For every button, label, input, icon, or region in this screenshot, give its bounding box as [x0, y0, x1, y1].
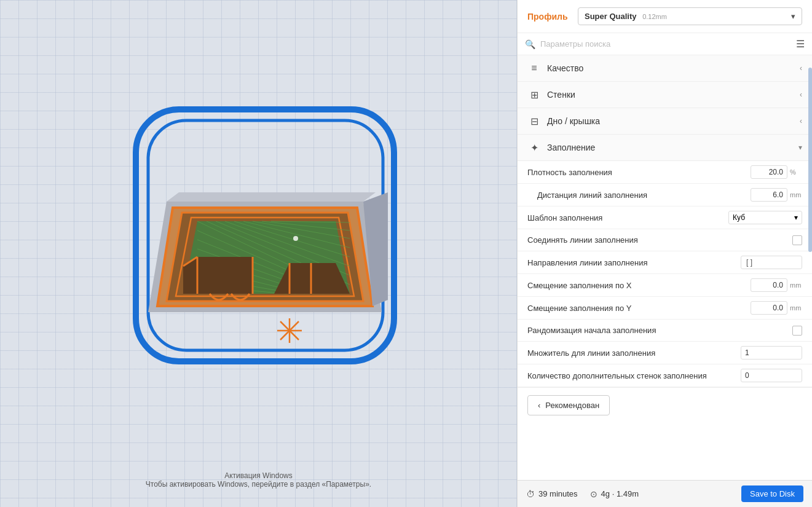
density-unit: % — [790, 168, 802, 176]
profile-header: Профиль Super Quality 0.12mm ▾ — [518, 0, 812, 33]
setting-randomize: Рандомизация начала заполнения — [518, 320, 812, 342]
svg-marker-32 — [167, 192, 376, 202]
multiplier-input[interactable] — [741, 346, 802, 360]
randomize-label: Рандомизация начала заполнения — [527, 326, 792, 335]
setting-connect-lines: Соединять линии заполнения — [518, 229, 812, 251]
quality-icon: ≡ — [527, 61, 541, 75]
directions-label: Направления линии заполнения — [527, 258, 741, 267]
directions-value[interactable]: [ ] — [741, 256, 802, 269]
topbottom-chevron-icon: ‹ — [800, 117, 802, 125]
infill-title: Заполнение — [547, 143, 798, 152]
density-input[interactable] — [751, 165, 787, 179]
bottom-stats-bar: ⏱ 39 minutes ⊙ 4g · 1.49m Save to Disk — [518, 480, 812, 507]
section-walls[interactable]: ⊞ Стенки ‹ — [518, 82, 812, 108]
print-preview — [87, 66, 431, 404]
setting-offset-x: Смещение заполнения по X mm — [518, 274, 812, 297]
setting-extra-walls: Количество дополнительных стенок заполне… — [518, 364, 812, 387]
recommended-button[interactable]: ‹ Рекомендован — [527, 395, 610, 415]
offset-x-label: Смещение заполнения по X — [527, 281, 751, 290]
offset-y-input[interactable] — [751, 301, 787, 315]
settings-scroll[interactable]: ≡ Качество ‹ ⊞ Стенки ‹ ⊟ Дно / крышка ‹… — [518, 55, 812, 480]
walls-icon: ⊞ — [527, 88, 541, 101]
pattern-label: Шаблон заполнения — [527, 213, 728, 222]
pattern-dropdown[interactable]: Куб ▾ — [728, 211, 802, 224]
search-bar: 🔍 ☰ — [518, 33, 812, 55]
offset-x-unit: mm — [790, 281, 802, 289]
recommended-chevron-icon: ‹ — [538, 401, 540, 410]
offset-y-label: Смещение заполнения по Y — [527, 304, 751, 313]
windows-activation: Активация Windows Чтобы активировать Win… — [146, 471, 371, 489]
profile-dropdown[interactable]: Super Quality 0.12mm ▾ — [578, 7, 802, 25]
line-distance-unit: mm — [790, 191, 802, 198]
setting-line-distance: Дистанция линий заполнения mm — [518, 184, 812, 206]
quality-chevron-icon: ‹ — [800, 64, 802, 73]
connect-lines-label: Соединять линии заполнения — [527, 235, 792, 245]
search-icon: 🔍 — [525, 39, 535, 49]
extra-walls-label: Количество дополнительных стенок заполне… — [527, 371, 741, 380]
time-icon: ⏱ — [526, 489, 535, 499]
infill-icon: ✦ — [527, 141, 541, 154]
setting-density: Плотность заполнения % — [518, 161, 812, 184]
weight-icon: ⊙ — [590, 489, 597, 499]
walls-chevron-icon: ‹ — [800, 90, 802, 99]
section-quality[interactable]: ≡ Качество ‹ — [518, 55, 812, 82]
line-distance-label: Дистанция линий заполнения — [537, 191, 751, 200]
menu-icon[interactable]: ☰ — [796, 38, 805, 50]
setting-offset-y: Смещение заполнения по Y mm — [518, 297, 812, 320]
time-info: ⏱ 39 minutes — [526, 489, 578, 499]
setting-directions: Направления линии заполнения [ ] — [518, 251, 812, 274]
topbottom-icon: ⊟ — [527, 114, 541, 128]
line-distance-input[interactable] — [751, 188, 787, 202]
density-label: Плотность заполнения — [527, 168, 751, 177]
topbottom-title: Дно / крышка — [547, 116, 800, 126]
offset-y-unit: mm — [790, 304, 802, 312]
svg-point-33 — [293, 236, 298, 241]
section-topbottom[interactable]: ⊟ Дно / крышка ‹ — [518, 108, 812, 135]
pattern-chevron-icon: ▾ — [794, 213, 798, 222]
connect-lines-checkbox[interactable] — [792, 235, 802, 245]
randomize-checkbox[interactable] — [792, 326, 802, 336]
profile-value: Super Quality — [585, 12, 637, 21]
infill-chevron-icon: ▾ — [798, 143, 802, 152]
pattern-value: Куб — [733, 213, 745, 222]
infill-header[interactable]: ✦ Заполнение ▾ — [518, 135, 812, 161]
right-panel: Профиль Super Quality 0.12mm ▾ 🔍 ☰ ≡ Кач… — [517, 0, 812, 507]
setting-pattern: Шаблон заполнения Куб ▾ — [518, 206, 812, 229]
weight-label: 4g · 1.49m — [601, 489, 639, 498]
profile-sub: 0.12mm — [642, 13, 667, 20]
profile-chevron-icon: ▾ — [791, 12, 795, 21]
extra-walls-input[interactable] — [741, 369, 802, 382]
offset-x-input[interactable] — [751, 278, 787, 292]
search-input[interactable] — [540, 39, 791, 49]
time-label: 39 minutes — [538, 489, 578, 498]
canvas-area: Активация Windows Чтобы активировать Win… — [0, 0, 517, 507]
multiplier-label: Множитель для линии заполнения — [527, 348, 741, 358]
quality-title: Качество — [547, 63, 800, 73]
infill-section: ✦ Заполнение ▾ Плотность заполнения % Ди… — [518, 135, 812, 388]
profile-label: Профиль — [527, 12, 570, 22]
recommended-label: Рекомендован — [545, 401, 599, 410]
weight-info: ⊙ 4g · 1.49m — [590, 489, 639, 499]
setting-multiplier: Множитель для линии заполнения — [518, 342, 812, 364]
svg-marker-25 — [183, 257, 253, 294]
save-disk-button[interactable]: Save to Disk — [741, 485, 803, 502]
walls-title: Стенки — [547, 90, 800, 100]
scrollbar-indicator[interactable] — [808, 68, 812, 252]
